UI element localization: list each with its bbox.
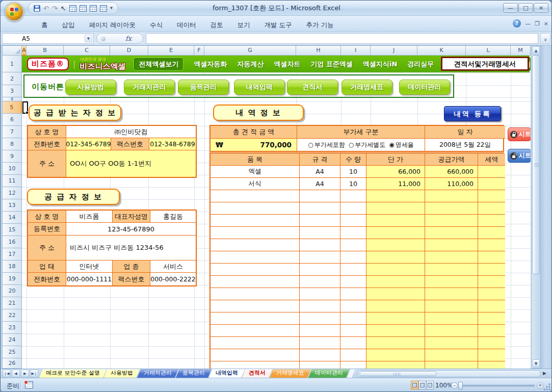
item-cell-qty[interactable] (340, 215, 366, 227)
column-header-F[interactable]: F (194, 45, 204, 56)
item-cell-qty[interactable] (340, 264, 366, 276)
vertical-scrollbar[interactable]: ▲ ▼ (531, 45, 541, 369)
item-cell-price[interactable] (366, 276, 425, 288)
scroll-right-icon[interactable]: ▶ (543, 371, 546, 376)
banner-menu-경리실무[interactable]: 경리실무 (407, 60, 434, 69)
macro-record-icon[interactable] (25, 381, 33, 388)
item-cell-price[interactable] (366, 215, 425, 227)
item-cell-amount[interactable] (425, 361, 478, 369)
item-cell-price[interactable] (366, 337, 425, 349)
row-header-10[interactable]: 10 (2, 163, 22, 175)
banner-menu-엑셀차트[interactable]: 엑셀차트 (274, 60, 300, 69)
item-cell-price[interactable] (366, 190, 425, 202)
bizform-logo[interactable]: 비즈폼® (27, 58, 69, 70)
normal-view-icon[interactable] (411, 381, 418, 389)
zoom-out-icon[interactable]: – (451, 382, 458, 389)
row-header-8[interactable]: 8 (2, 138, 22, 150)
column-header-B[interactable]: B (27, 45, 64, 56)
close-icon[interactable]: × (534, 3, 548, 13)
vat-radio-부가세별도[interactable]: ○부가세별도 (349, 141, 385, 149)
resize-grip[interactable] (543, 383, 550, 390)
vertical-scroll-thumb[interactable] (532, 55, 540, 274)
item-cell-qty[interactable]: 10 (340, 166, 366, 178)
item-cell-price[interactable] (366, 300, 425, 312)
row-header-5[interactable]: 5 (2, 101, 22, 114)
formula-bar-expand-icon[interactable]: » (540, 33, 550, 44)
sheet-tab-매크로 보안수준 설명[interactable]: 매크로 보안수준 설명 (39, 369, 107, 378)
item-cell-spec[interactable] (300, 361, 340, 369)
row-header-26[interactable]: 26 (2, 358, 22, 369)
item-cell-tax[interactable] (478, 349, 505, 361)
sheet-tab-사용방법[interactable]: 사용방법 (104, 369, 140, 378)
row-header-1[interactable]: 1 (2, 56, 22, 72)
item-cell-tax[interactable] (478, 300, 505, 312)
buyer-address-value[interactable]: OO시 OO구 OO동 1-1번지 (66, 150, 196, 177)
item-cell-price[interactable] (366, 349, 425, 361)
item-cell-tax[interactable] (478, 227, 505, 239)
selected-cell-a5[interactable] (22, 101, 28, 114)
item-cell-amount[interactable]: 110,000 (425, 178, 478, 190)
item-cell-amount[interactable] (425, 325, 478, 337)
item-cell-qty[interactable] (340, 202, 366, 215)
column-header-D[interactable]: D (110, 45, 148, 56)
item-cell-amount[interactable] (425, 300, 478, 312)
row-header-25[interactable]: 25 (2, 346, 22, 358)
item-cell-price[interactable] (366, 227, 425, 239)
item-cell-qty[interactable] (340, 361, 366, 369)
item-cell-spec[interactable] (300, 239, 340, 251)
item-cell-name[interactable] (211, 276, 300, 288)
column-header-G[interactable]: G (204, 45, 296, 56)
item-cell-tax[interactable] (478, 190, 505, 202)
item-cell-spec[interactable] (300, 349, 340, 361)
column-header-A[interactable]: A (22, 45, 27, 56)
item-cell-name[interactable] (211, 239, 300, 251)
item-cell-qty[interactable] (340, 337, 366, 349)
supplier-biztype-value[interactable]: 인터넷 (66, 260, 113, 273)
sheet-tab-견적서[interactable]: 견적서 (242, 369, 272, 378)
supplier-fax-value[interactable]: 000-000-2222 (150, 273, 196, 285)
sheet-tab-품목관리[interactable]: 품목관리 (176, 369, 212, 378)
item-cell-spec[interactable] (300, 276, 340, 288)
item-cell-qty[interactable] (340, 325, 366, 337)
nav-button-견적서[interactable]: 견적서 (287, 80, 338, 95)
item-cell-amount[interactable] (425, 227, 478, 239)
item-cell-qty[interactable]: 10 (340, 178, 366, 190)
row-header-21[interactable]: 21 (2, 297, 22, 309)
supplier-bizitem-value[interactable]: 서비스 (150, 260, 196, 273)
item-cell-spec[interactable] (300, 251, 340, 264)
scroll-up-icon[interactable]: ▲ (532, 46, 540, 55)
buyer-fax-value[interactable]: 012-348-6789 (149, 138, 196, 150)
item-cell-tax[interactable] (478, 215, 505, 227)
item-cell-price[interactable] (366, 288, 425, 300)
vat-radio-부가세포함[interactable]: ○부가세포함 (308, 141, 345, 149)
item-cell-amount[interactable] (425, 202, 478, 215)
first-sheet-icon[interactable]: ❘◀ (3, 370, 11, 377)
item-cell-tax[interactable] (478, 202, 505, 215)
insert-function-button[interactable]: fx (96, 33, 143, 44)
item-cell-tax[interactable] (478, 251, 505, 264)
item-cell-qty[interactable] (340, 276, 366, 288)
row-header-2[interactable]: 2 (2, 72, 22, 85)
tab-보기[interactable]: 보기 (230, 18, 257, 32)
nav-button-품목관리[interactable]: 품목관리 (178, 80, 229, 95)
item-cell-spec[interactable] (300, 190, 340, 202)
item-cell-tax[interactable] (478, 264, 505, 276)
zoom-slider-thumb[interactable] (458, 382, 463, 389)
item-cell-price[interactable] (366, 251, 425, 264)
item-cell-tax[interactable] (478, 178, 505, 190)
column-header-K[interactable]: K (417, 45, 466, 56)
zoom-slider-track[interactable] (460, 385, 535, 387)
item-cell-price[interactable] (366, 325, 425, 337)
prev-sheet-icon[interactable]: ◀ (12, 370, 20, 377)
sheet-tab-내역입력[interactable]: 내역입력 (209, 369, 245, 378)
item-cell-amount[interactable] (425, 251, 478, 264)
item-cell-name[interactable] (211, 215, 300, 227)
item-cell-name[interactable] (211, 337, 300, 349)
item-cell-name[interactable] (211, 190, 300, 202)
tab-페이지 레이아웃[interactable]: 페이지 레이아웃 (82, 18, 143, 32)
item-cell-price[interactable] (366, 202, 425, 215)
buyer-phone-value[interactable]: 012-345-6789 (66, 138, 111, 150)
item-cell-name[interactable] (211, 300, 300, 312)
item-cell-amount[interactable] (425, 215, 478, 227)
item-cell-spec[interactable]: A4 (300, 178, 340, 190)
